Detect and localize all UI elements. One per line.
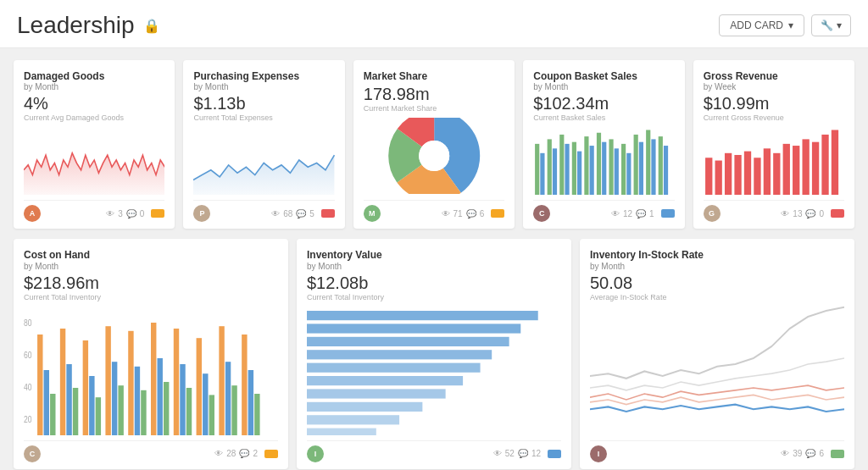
comments-count: 1 — [649, 209, 654, 218]
svg-rect-20 — [626, 153, 631, 195]
card-damaged-goods: Damaged Goods by Month 4% Current Avg Da… — [14, 60, 175, 229]
avatar: I — [590, 445, 607, 462]
svg-rect-80 — [307, 376, 463, 385]
svg-rect-8 — [553, 149, 557, 196]
eye-icon: 👁 — [611, 209, 620, 218]
card-title: Inventory In-Stock Rate — [590, 249, 844, 261]
settings-button[interactable]: 🔧 ▾ — [811, 14, 851, 36]
svg-rect-83 — [307, 415, 399, 424]
header-right: ADD CARD ▾ 🔧 ▾ — [719, 14, 851, 36]
card-title: Market Share — [364, 70, 504, 82]
footer-right: 👁 52 💬 12 — [493, 449, 561, 458]
svg-text:60: 60 — [24, 350, 32, 360]
comment-icon: 💬 — [296, 209, 306, 218]
card-market-share: Market Share 178.98m Current Market Shar… — [353, 60, 515, 229]
chevron-down-icon: ▾ — [788, 19, 793, 31]
svg-rect-6 — [541, 153, 545, 195]
card-title: Purchasing Expenses — [193, 70, 334, 82]
card-desc: Current Total Inventory — [307, 293, 561, 301]
svg-rect-5 — [535, 144, 539, 195]
svg-rect-47 — [50, 394, 55, 435]
footer-stats: 👁 52 💬 12 — [493, 449, 541, 458]
avatar: A — [24, 205, 41, 222]
svg-rect-74 — [254, 394, 259, 435]
footer-right: 👁 12 💬 1 — [611, 209, 675, 218]
card-subtitle: by Month — [24, 82, 164, 91]
svg-rect-23 — [646, 130, 650, 196]
card-inventory-instock: Inventory In-Stock Rate by Month 50.08 A… — [580, 239, 854, 468]
footer-left: P — [193, 205, 210, 222]
header-left: Leadership 🔒 — [17, 12, 160, 39]
footer-right: 👁 39 💬 6 — [781, 449, 844, 458]
svg-rect-34 — [773, 153, 780, 195]
footer-left: C — [24, 445, 41, 462]
svg-rect-61 — [158, 358, 163, 435]
card-value: $218.96m — [24, 273, 278, 293]
header: Leadership 🔒 ADD CARD ▾ 🔧 ▾ — [0, 0, 868, 48]
card-value: $1.13b — [193, 93, 334, 113]
card-desc: Current Total Inventory — [24, 293, 278, 301]
svg-rect-21 — [634, 135, 638, 195]
card-footer: M 👁 71 💬 6 — [364, 200, 504, 222]
lock-icon: 🔒 — [143, 18, 160, 34]
svg-rect-65 — [186, 388, 192, 435]
card-title: Inventory Value — [307, 249, 561, 261]
svg-rect-19 — [621, 144, 626, 195]
comments-count: 6 — [819, 449, 824, 458]
footer-badge — [321, 209, 335, 218]
eye-icon: 👁 — [271, 209, 280, 218]
chevron-down-icon2: ▾ — [837, 19, 842, 31]
footer-stats: 👁 12 💬 1 — [611, 209, 654, 218]
svg-rect-37 — [802, 140, 809, 196]
svg-rect-14 — [590, 146, 594, 195]
footer-right: 👁 28 💬 2 — [214, 449, 278, 458]
svg-rect-38 — [812, 142, 819, 195]
card-footer: C 👁 12 💬 1 — [533, 200, 674, 222]
svg-rect-73 — [248, 370, 253, 435]
svg-rect-63 — [174, 329, 179, 435]
add-card-button[interactable]: ADD CARD ▾ — [719, 14, 804, 36]
chart-purchasing — [193, 125, 334, 195]
svg-rect-64 — [180, 364, 185, 435]
card-value: 178.98m — [364, 84, 504, 104]
card-value: 4% — [24, 93, 164, 113]
svg-rect-54 — [105, 326, 110, 435]
svg-rect-36 — [793, 146, 799, 195]
card-subtitle: by Month — [307, 262, 561, 271]
avatar: M — [364, 205, 381, 222]
svg-rect-30 — [734, 155, 741, 195]
svg-rect-12 — [577, 152, 581, 195]
svg-rect-72 — [242, 335, 247, 435]
card-footer: G 👁 13 💬 0 — [704, 200, 844, 222]
footer-left: A — [24, 205, 41, 222]
comments-count: 5 — [309, 209, 314, 218]
card-subtitle: by Week — [704, 82, 844, 91]
footer-badge — [548, 450, 561, 458]
card-desc: Current Avg Damaged Goods — [24, 113, 164, 122]
svg-rect-16 — [602, 142, 606, 195]
svg-rect-33 — [763, 149, 770, 196]
svg-rect-18 — [615, 149, 619, 196]
card-footer: I 👁 52 💬 12 — [307, 440, 561, 462]
card-subtitle: by Month — [193, 82, 334, 91]
svg-rect-79 — [307, 362, 481, 372]
avatar: G — [704, 205, 721, 222]
svg-rect-46 — [44, 370, 49, 435]
eye-icon: 👁 — [106, 209, 114, 218]
card-footer: I 👁 39 💬 6 — [590, 440, 844, 462]
views-count: 68 — [283, 209, 292, 218]
svg-rect-32 — [754, 158, 760, 196]
svg-text:80: 80 — [24, 318, 32, 328]
footer-stats: 👁 3 💬 0 — [106, 209, 144, 218]
svg-rect-71 — [231, 385, 236, 435]
eye-icon: 👁 — [442, 209, 450, 218]
views-count: 39 — [793, 449, 802, 458]
comment-icon: 💬 — [466, 209, 476, 218]
comments-count: 0 — [140, 209, 145, 218]
svg-rect-60 — [151, 323, 156, 435]
svg-rect-82 — [307, 402, 422, 412]
svg-rect-27 — [705, 158, 712, 196]
avatar: P — [193, 205, 210, 222]
svg-rect-15 — [597, 133, 601, 195]
svg-rect-45 — [37, 335, 42, 435]
